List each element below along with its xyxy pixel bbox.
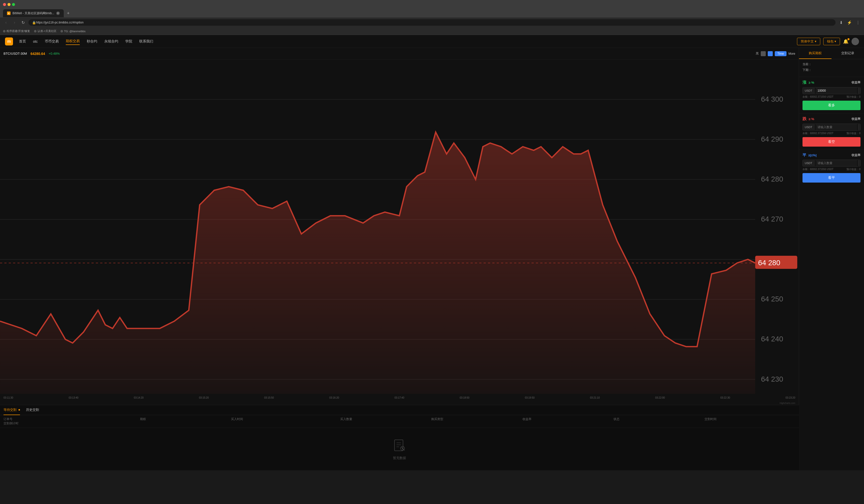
address-input[interactable]: 🔒 https://jys116-pc.timibbs.cc/#/option — [28, 19, 836, 26]
nav-contact[interactable]: 联系我们 — [139, 38, 153, 45]
forward-button[interactable]: › — [12, 20, 17, 25]
nav-perpetual[interactable]: 永续合约 — [104, 38, 118, 45]
tab-history-label: 历史交割 — [26, 408, 39, 411]
down-profit: 预计收益：0 — [847, 132, 861, 135]
bookmark-1[interactable]: 程序搭建/开发/修复 — [3, 29, 30, 33]
notification-bell[interactable]: 🔔 — [843, 39, 849, 44]
btn-flat[interactable]: 看平 — [803, 173, 861, 183]
tab-history-orders[interactable]: 历史交割 — [26, 405, 39, 415]
bookmark-3[interactable]: TG: @tianmeibbs — [60, 30, 85, 33]
more-button[interactable]: More — [789, 52, 795, 56]
topnav: m 首页 otc 币币交易 期权交易 秒合约 永续合约 学院 联系我们 简体中文… — [0, 35, 864, 48]
reload-button[interactable]: ↻ — [20, 20, 26, 25]
wallet-button[interactable]: 钱包 ▾ — [823, 38, 840, 45]
x-labels: 03:11:30 03:13:40 03:14:20 03:15:20 03:1… — [3, 396, 795, 399]
down-section: 跌 ≥ % 收益率 USDT USDT 余额：60002.371556 USDT… — [799, 113, 864, 150]
nav-otc[interactable]: otc — [33, 38, 38, 45]
col-buy-qty: 买入数量 — [340, 417, 431, 421]
price-change: +0.48% — [48, 52, 60, 56]
nav-right: 简体中文 ▾ 钱包 ▾ 🔔 — [797, 38, 859, 45]
theme-blue-button[interactable] — [768, 51, 773, 56]
x-label: 03:15:50 — [264, 396, 274, 399]
wallet-label: 钱包 — [827, 39, 833, 44]
x-axis: 03:11:30 03:13:40 03:14:20 03:15:20 03:1… — [0, 394, 799, 401]
up-amount-input[interactable] — [816, 87, 857, 94]
menu-icon[interactable]: ⋮ — [855, 20, 861, 25]
x-label: 03:15:20 — [199, 396, 209, 399]
up-input-row: USDT USDT — [803, 87, 861, 94]
panel-tabs: 购买期权 交割记录 — [799, 48, 864, 59]
down-input-suffix: USDT — [858, 124, 861, 130]
down-amount-input[interactable] — [816, 124, 857, 131]
col-status: 状态 — [613, 417, 705, 421]
flat-input-suffix: USDT — [858, 160, 861, 166]
up-text: 涨 — [803, 80, 806, 84]
nav-academy[interactable]: 学院 — [125, 38, 132, 45]
down-text: 跌 — [803, 116, 806, 121]
down-symbol: ≥ % — [808, 117, 814, 121]
tab-close-icon[interactable]: ✕ — [56, 12, 60, 15]
downloads-icon[interactable]: ⬇ — [838, 20, 844, 25]
lock-icon: 🔒 — [32, 21, 36, 24]
tab-bar: B BitWell - 天美社区源码网timib... ✕ + — [0, 9, 864, 17]
btn-short[interactable]: 看空 — [803, 137, 861, 147]
time-chart-button[interactable]: Time — [775, 51, 786, 56]
svg-text:64 300: 64 300 — [761, 95, 783, 103]
user-avatar[interactable] — [852, 38, 859, 45]
no-data-text: 暂无数据 — [393, 456, 406, 460]
up-input-suffix: USDT — [858, 88, 861, 94]
yield-label-up: 收益率 — [852, 81, 861, 85]
price-chart: 64 300 64 290 64 280 64 270 64 260 64 25… — [0, 59, 799, 394]
x-label: 03:22:00 — [655, 396, 665, 399]
flat-label: 平 ≥|±%| — [803, 153, 816, 158]
logo[interactable]: m — [5, 37, 13, 46]
theme-dark-button[interactable] — [761, 51, 766, 56]
tab-history-label: 交割记录 — [841, 51, 854, 55]
svg-text:64 290: 64 290 — [761, 135, 783, 143]
bookmark-2[interactable]: 认准->天美社区 — [34, 29, 57, 33]
up-balance: 余额：60002.371556 USDT — [803, 95, 833, 99]
chart-column: BTC/USDT-30M 64280.64 +0.48% 黑 Time More — [0, 48, 799, 470]
flat-text: 平 — [803, 153, 806, 157]
chevron-down-icon: ▾ — [815, 39, 816, 43]
tab-buy-options[interactable]: 购买期权 — [799, 48, 831, 59]
bookmark-label: 认准->天美社区 — [37, 29, 57, 33]
x-label: 03:17:40 — [395, 396, 404, 399]
x-label: 03:21:10 — [590, 396, 600, 399]
chart-svg: 64 300 64 290 64 280 64 270 64 260 64 25… — [0, 59, 799, 394]
btn-long[interactable]: 看多 — [803, 101, 861, 110]
language-button[interactable]: 简体中文 ▾ — [797, 38, 820, 45]
bottom-section: 等待交割 历史交割 订单号 期权 买入时间 买入数量 购买类型 收益率 状态 交… — [0, 405, 799, 470]
svg-text:64 240: 64 240 — [761, 335, 783, 343]
back-button[interactable]: ‹ — [3, 20, 9, 25]
x-label: 03:11:30 — [3, 396, 13, 399]
bookmark-icon — [34, 30, 36, 33]
new-tab-button[interactable]: + — [65, 10, 72, 17]
nav-options[interactable]: 期权交易 — [66, 38, 80, 45]
trading-pair: BTC/USDT-30M — [3, 52, 27, 56]
svg-text:64 280: 64 280 — [761, 175, 783, 183]
flat-amount-input[interactable] — [816, 160, 857, 166]
nav-home[interactable]: 首页 — [19, 38, 26, 45]
bookmark-label: 程序搭建/开发/修复 — [7, 29, 30, 33]
chart-header: BTC/USDT-30M 64280.64 +0.48% 黑 Time More — [0, 48, 799, 59]
down-input-row: USDT USDT — [803, 124, 861, 131]
nav-spot[interactable]: 币币交易 — [45, 38, 59, 45]
browser-chrome: B BitWell - 天美社区源码网timib... ✕ + ‹ › ↻ 🔒 … — [0, 0, 864, 35]
extensions-icon[interactable]: ⚡ — [847, 20, 852, 25]
up-input-prefix: USDT — [803, 88, 815, 94]
tab-pending-orders[interactable]: 等待交割 — [3, 405, 20, 415]
titlebar — [0, 0, 864, 9]
address-bar: ‹ › ↻ 🔒 https://jys116-pc.timibbs.cc/#/o… — [0, 17, 864, 27]
tab-trade-records[interactable]: 交割记录 — [831, 48, 864, 59]
bookmark-icon — [3, 30, 5, 33]
maximize-button[interactable] — [12, 3, 15, 6]
flat-balance-row: 余额：60002.371556 USDT 预计收益：0 — [803, 168, 861, 171]
nav-seconds[interactable]: 秒合约 — [87, 38, 97, 45]
bookmark-icon — [60, 30, 63, 33]
col-yield: 收益率 — [523, 417, 613, 421]
minimize-button[interactable] — [8, 3, 11, 6]
active-tab[interactable]: B BitWell - 天美社区源码网timib... ✕ — [3, 9, 64, 17]
no-data-area: 暂无数据 — [0, 428, 799, 470]
close-button[interactable] — [3, 3, 6, 6]
